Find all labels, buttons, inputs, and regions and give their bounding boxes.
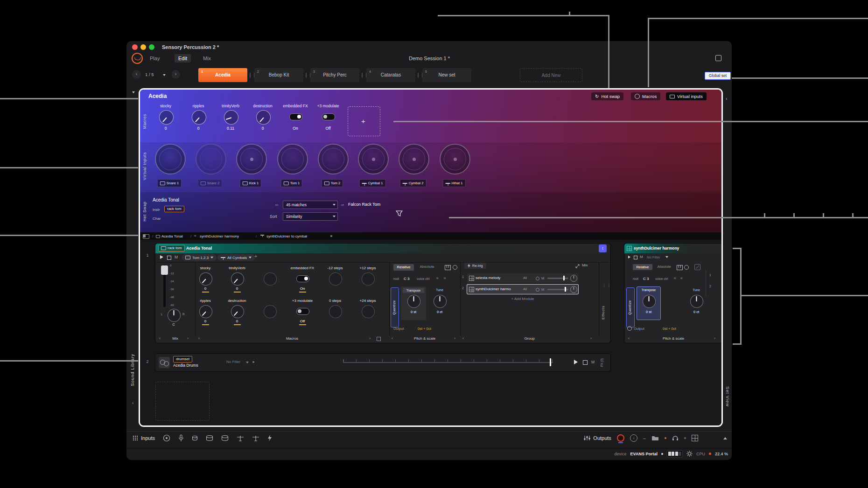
macro-knob-stocky[interactable] <box>159 110 174 125</box>
filter-label[interactable]: No Filter <box>647 255 660 259</box>
pad-kick-1[interactable] <box>236 144 267 174</box>
cymbal-icon[interactable] <box>237 435 244 441</box>
timeline-track[interactable] <box>343 362 553 363</box>
expand-icon[interactable] <box>575 264 580 268</box>
inputs-group[interactable]: Inputs <box>133 435 155 441</box>
breadcrumb-item[interactable]: synthDulcimer to cymbal <box>266 234 307 238</box>
solo-dot-icon[interactable] <box>536 277 539 280</box>
track-tag[interactable]: drumset <box>173 356 192 363</box>
macro-grid-icon[interactable] <box>377 337 381 341</box>
macro-knob-ripples[interactable] <box>192 110 206 125</box>
pad-cymbal-1[interactable] <box>358 144 389 174</box>
global-set-button[interactable]: Global set <box>705 72 731 80</box>
root-value[interactable]: C 3 <box>643 277 649 281</box>
track-filter[interactable]: No Filter <box>226 360 240 364</box>
group-row-all[interactable]: All <box>523 287 527 291</box>
section-next-icon[interactable]: › <box>187 336 189 341</box>
group-row-slider[interactable] <box>547 278 568 279</box>
wave-icon[interactable]: ≈ <box>674 276 676 280</box>
pad-label-tom-2[interactable]: Tom 2 <box>322 179 343 187</box>
stop-icon[interactable] <box>167 256 171 260</box>
stop-icon[interactable] <box>634 256 637 259</box>
tab-edit[interactable]: Edit <box>175 54 191 63</box>
group-row-all[interactable]: All <box>523 276 527 279</box>
pad-tom-2[interactable] <box>318 144 349 174</box>
macros-button[interactable]: Macros <box>631 92 660 100</box>
drum-icon[interactable] <box>192 435 198 441</box>
swap-module-button[interactable]: ↕ <box>599 244 607 252</box>
set-pager[interactable]: 1 / 5 <box>145 72 154 77</box>
fx-slot-number[interactable]: 2 <box>709 285 711 288</box>
tab-absolute[interactable]: Absolute <box>416 265 438 269</box>
play-icon[interactable] <box>160 255 163 259</box>
scale-icon[interactable] <box>684 265 689 270</box>
play-icon[interactable] <box>628 256 630 258</box>
empty-macro-slot[interactable] <box>329 272 342 286</box>
fx-count-label[interactable]: FX (0) <box>600 357 603 368</box>
transpose-knob[interactable] <box>643 295 656 308</box>
playhead[interactable] <box>550 358 551 366</box>
empty-macro-slot[interactable] <box>264 305 277 318</box>
set-tab-new-set[interactable]: 5 New set <box>422 68 471 82</box>
empty-macro-slot[interactable] <box>329 305 342 318</box>
volume-fader-handle[interactable] <box>161 265 168 275</box>
minimize-button[interactable] <box>140 44 146 50</box>
mod-macro-knob[interactable] <box>199 305 212 318</box>
filter-funnel-icon[interactable] <box>396 210 403 217</box>
module-tag[interactable]: rack tom <box>158 245 185 251</box>
quantize-button[interactable]: Quantize <box>626 287 635 328</box>
mute-button[interactable]: M <box>591 360 595 364</box>
sound-library-rail[interactable]: Sound Library <box>130 344 135 396</box>
mod-macro-knob[interactable] <box>231 305 244 318</box>
tab-mix[interactable]: Mix <box>203 56 211 61</box>
add-macro-dropzone[interactable]: + <box>348 106 380 136</box>
pad-label-tom-1[interactable]: Tom 1 <box>281 179 302 187</box>
set-tab-bebop-kit[interactable]: 2 Bebop Kit <box>254 68 303 82</box>
download-icon[interactable]: ↓ <box>630 434 637 442</box>
sound-library-chevron-icon[interactable]: ‹ <box>132 400 133 405</box>
wave-icon[interactable]: ≈ <box>444 276 446 280</box>
tune-knob[interactable] <box>434 295 447 308</box>
diagonal-icon[interactable] <box>694 264 700 270</box>
set-view-rail[interactable]: Set View <box>725 386 730 411</box>
breadcrumb-item[interactable]: synthDulcimer harmony <box>200 234 239 238</box>
breadcrumb-item[interactable]: Acedia Tonal <box>161 234 183 238</box>
section-next-icon[interactable]: › <box>369 336 371 341</box>
prev-match-icon[interactable]: ← <box>274 201 280 207</box>
snare-pad-icon[interactable] <box>163 434 170 442</box>
sort-dropdown[interactable]: Similarity <box>283 212 338 221</box>
section-prev-icon[interactable]: ‹ <box>628 336 630 341</box>
output-value[interactable]: 0st + 0ct <box>418 327 431 331</box>
module-dropzone[interactable] <box>155 382 210 421</box>
group-row-synthdulcimer[interactable]: synthDulcimer harmo All M <box>467 285 578 294</box>
stop-button[interactable] <box>583 360 588 365</box>
transpose-knob[interactable] <box>407 295 420 308</box>
maximize-button[interactable] <box>149 44 154 50</box>
quantize-button[interactable]: Quantize <box>391 287 399 328</box>
gear-icon[interactable] <box>686 451 693 457</box>
empty-macro-slot[interactable] <box>362 305 375 318</box>
mod-macro-knob[interactable] <box>199 272 212 286</box>
add-module-button[interactable]: + Add Module <box>467 297 578 301</box>
close-button[interactable] <box>132 44 138 50</box>
group-row-slider-handle[interactable] <box>563 276 565 280</box>
pad-monitor-widget[interactable] <box>667 450 683 457</box>
next-set-button[interactable]: › <box>171 70 180 79</box>
collapse-left-icon[interactable] <box>132 91 135 93</box>
instr-tag[interactable]: rack tom <box>164 206 184 212</box>
pad-hihat-1[interactable] <box>440 144 470 174</box>
pad-label-cymbal-1[interactable]: Cymbal 1 <box>359 179 386 187</box>
pad-cymbal-2[interactable] <box>399 144 429 174</box>
pad-label-kick-1[interactable]: Kick 1 <box>240 179 261 187</box>
group-row-mute[interactable]: M <box>541 287 544 292</box>
macro-toggle-embedded-fx[interactable] <box>289 113 302 120</box>
keyboard-icon[interactable] <box>677 265 683 270</box>
section-next-icon[interactable]: › <box>714 336 715 341</box>
tab-relative[interactable]: Relative <box>633 264 652 270</box>
group-row-selesta[interactable]: selesta melody All M <box>467 273 578 283</box>
wave-icon[interactable]: ≈ <box>436 276 438 280</box>
cymbal-icon[interactable] <box>252 435 259 441</box>
tab-relative[interactable]: Relative <box>393 264 414 271</box>
set-tab-pitchy-perc[interactable]: 3 Pitchy Perc <box>310 68 359 82</box>
input-filter-pill[interactable]: Tom 1,2,3 <box>182 254 217 261</box>
